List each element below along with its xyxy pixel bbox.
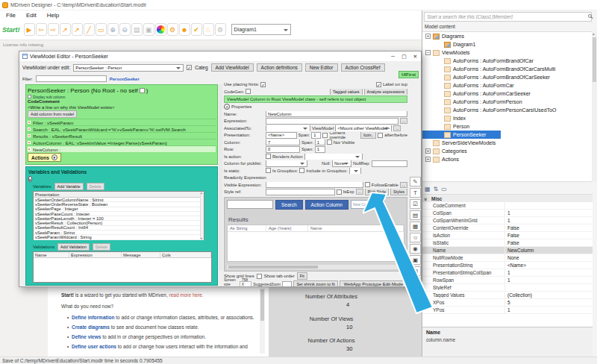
viewmodel-column-row[interactable]: NewColumn : [28, 145, 216, 152]
tree-item[interactable]: Diagram1 [422, 40, 490, 48]
viewmodel-breadcrumb[interactable]: PersonSeeker [110, 77, 140, 81]
property-value[interactable]: 5 [504, 299, 593, 306]
tree-expander-icon[interactable] [425, 140, 431, 145]
save-icon[interactable]: ▤ [131, 23, 143, 36]
property-row[interactable]: Tagged Values (Collection) [422, 292, 593, 299]
gears-icon[interactable]: ⚙ [167, 23, 178, 36]
add-validation-button[interactable]: Add Validation [57, 243, 90, 251]
preview-search-button[interactable]: Search [275, 200, 303, 210]
tree-item[interactable]: + Categories [422, 147, 482, 155]
tree-expander-icon[interactable]: − [425, 50, 431, 55]
property-value[interactable] [504, 284, 593, 291]
property-pages-icon[interactable]: ▭ [441, 186, 447, 192]
presentation-span-input[interactable]: 1 [311, 132, 321, 139]
no-self-checkbox[interactable] [140, 88, 145, 93]
renders-action-checkbox[interactable] [266, 154, 271, 159]
property-value[interactable]: None [504, 254, 593, 261]
chevron-down-icon[interactable]: ▾ [51, 154, 57, 160]
include-groupbox-checkbox[interactable] [299, 168, 304, 173]
model-search-input[interactable] [424, 12, 592, 22]
follow-enable-checkbox[interactable] [365, 182, 370, 187]
tree-expander-icon[interactable]: + [425, 34, 431, 39]
property-value[interactable]: 1 [504, 277, 593, 283]
property-row[interactable]: YPos 1 [422, 307, 593, 314]
property-row[interactable]: ContentOverride False [422, 225, 593, 232]
validations-col-cols[interactable]: Cols [160, 252, 211, 257]
property-row[interactable]: RowSpan 1 [422, 277, 593, 284]
viewmodel-select[interactable]: PersonSeeker : Person [73, 64, 184, 72]
tree-scrollbar[interactable] [592, 31, 597, 182]
layers-icon[interactable]: ▣ [143, 23, 154, 36]
pointer-assoc-icon[interactable]: ↗ [72, 23, 83, 36]
minimize-icon[interactable]: ─ [387, 52, 398, 61]
variable-item[interactable]: vSeekParamWildcard : String [34, 235, 204, 239]
label-on-top-checkbox[interactable] [376, 82, 381, 87]
tree-item[interactable]: AutoForms : AutoFormCarSeeker [422, 90, 546, 98]
dialog-titlebar[interactable]: ViewModel Editor - PersonSeeker ─ ▢ ✕ [19, 51, 421, 61]
mount-ellipsis-button[interactable]: ... [393, 125, 401, 131]
expression-input[interactable] [266, 118, 398, 125]
collapse-toggle-icon[interactable]: ∧ [224, 104, 230, 110]
run-icon[interactable]: ▶ [24, 23, 35, 36]
property-row[interactable]: XPos 5 [422, 299, 593, 307]
name-input[interactable]: NewColumn [266, 111, 407, 118]
property-row[interactable]: IsAction False [422, 232, 593, 239]
nullrep-input[interactable] [372, 160, 407, 167]
tree-expander-icon[interactable] [437, 58, 442, 63]
tree-item[interactable]: Index [422, 114, 481, 122]
preview-filter-input[interactable] [227, 200, 273, 209]
content-override-checkbox[interactable] [322, 133, 328, 138]
validations-col-expression[interactable]: Expression [69, 252, 122, 257]
viewmodel-column-row[interactable]: Filter : vSeekParam [28, 119, 216, 125]
tree-item[interactable]: + Diagrams [422, 32, 479, 40]
add-column-from-model-button[interactable]: Add column from model [28, 110, 77, 118]
is-groupbox-checkbox[interactable] [266, 168, 271, 173]
tree-expander-icon[interactable] [437, 124, 442, 129]
tree-expander-icon[interactable] [437, 132, 442, 137]
not-visible-checkbox[interactable] [327, 139, 332, 145]
zoom-in-icon[interactable]: ⊕ [107, 23, 119, 36]
suggested-zoom-input[interactable] [282, 281, 292, 288]
row-span-input[interactable]: 1 [315, 146, 325, 153]
uifirst-button[interactable]: UIFirst [398, 71, 419, 78]
viewmodel-column-row[interactable]: Results : vSeekerResult [28, 132, 216, 139]
tree-expander-icon[interactable] [437, 75, 442, 80]
include-groupbox-select[interactable] [349, 168, 361, 175]
property-value[interactable]: 1 [504, 210, 593, 216]
after-before-checkbox[interactable] [378, 133, 383, 138]
property-row[interactable]: NullRowMode None [422, 254, 593, 262]
tree-item[interactable]: AutoForms : AutoFormBrandOfCarCarsMulti [422, 65, 570, 73]
associatedto-select[interactable] [266, 125, 310, 132]
viewport-icon[interactable]: ▭ [96, 23, 107, 36]
settings-icon[interactable]: ⚙ [215, 23, 226, 36]
nav-back-icon[interactable]: ⇦ [36, 23, 47, 36]
expression-ellipsis-button[interactable]: ... [400, 118, 407, 124]
fit-button[interactable]: Fit [297, 272, 307, 280]
column-input[interactable]: 7 [266, 139, 300, 146]
property-value[interactable] [504, 202, 593, 209]
property-row[interactable]: ColSpanWhenInGrid 1 [422, 217, 593, 225]
isexp-checkbox[interactable] [337, 189, 342, 195]
tree-expander-icon[interactable]: + [425, 157, 431, 162]
show-grid-lines-checkbox[interactable] [257, 274, 262, 279]
bullet-link[interactable]: Define user actions [72, 344, 116, 349]
tree-item[interactable]: − ViewModels [422, 48, 485, 57]
property-category[interactable]: Misc [422, 195, 593, 202]
line-tool-icon[interactable]: ╱ [84, 23, 95, 36]
property-row[interactable]: IsStatic False [422, 239, 593, 247]
mount-viewmodel-select[interactable]: <Mount other ViewModel> [335, 125, 392, 132]
property-row[interactable]: CodeComment [422, 202, 593, 210]
picklist-select[interactable] [266, 160, 307, 167]
color-wheel-icon[interactable] [155, 23, 166, 36]
tree-expander-icon[interactable] [437, 116, 442, 121]
property-value[interactable]: False [504, 225, 593, 231]
action-definitions-button[interactable]: Action definitions [257, 63, 302, 72]
menu-edit[interactable]: Edit [26, 12, 37, 19]
read-more-link[interactable]: read more here. [169, 292, 204, 298]
bullet-link[interactable]: Define information [72, 315, 114, 320]
results-col-asstring[interactable]: As String [228, 225, 266, 231]
column-span-input[interactable]: 1 [315, 139, 325, 146]
property-value[interactable]: False [504, 239, 593, 246]
pointer-icon[interactable]: ↗ [60, 23, 71, 36]
collapse-toggle-icon[interactable]: ▴ [28, 176, 32, 182]
